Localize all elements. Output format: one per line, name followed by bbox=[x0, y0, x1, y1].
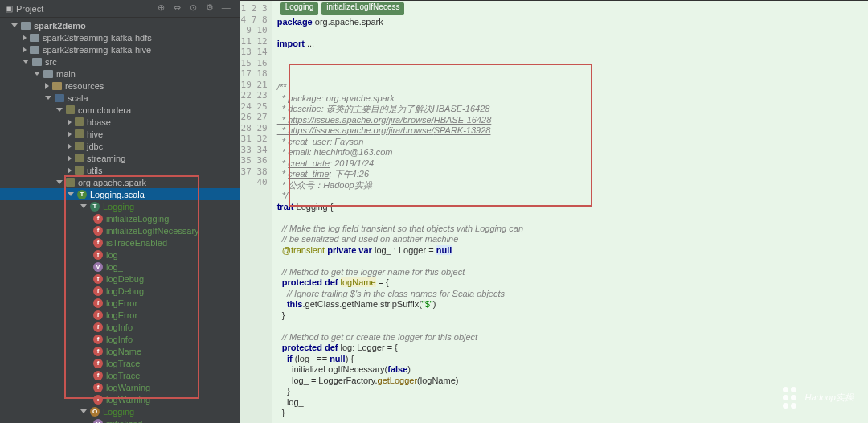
trait-member[interactable]: flogInfo bbox=[0, 333, 240, 345]
trait-member[interactable]: fisTraceEnabled bbox=[0, 236, 240, 248]
watermark: Hadoop实操 bbox=[783, 387, 854, 409]
panel-title: Project bbox=[16, 4, 154, 14]
main-folder[interactable]: main bbox=[0, 68, 240, 80]
pkg-child[interactable]: utils bbox=[0, 164, 240, 176]
module-item[interactable]: spark2streaming-kafka-hive bbox=[0, 43, 240, 55]
project-panel: ▣ Project ⊕ ⇔ ⊙ ⚙ — spark2demo spark2str… bbox=[0, 0, 240, 423]
locate-icon[interactable]: ⊙ bbox=[190, 2, 203, 15]
scala-folder[interactable]: scala bbox=[0, 92, 240, 104]
breadcrumb: Logging initializeLogIfNecess bbox=[280, 2, 405, 15]
trait-member[interactable]: flogError bbox=[0, 309, 240, 321]
pkg-spark[interactable]: org.apache.spark bbox=[0, 176, 240, 188]
line-gutter: 1 2 3 4 7 8 9 10 11 12 13 14 15 16 17 18… bbox=[240, 1, 272, 423]
logging-object[interactable]: OLogging bbox=[0, 405, 240, 417]
project-header: ▣ Project ⊕ ⇔ ⊙ ⚙ — bbox=[0, 0, 240, 18]
editor[interactable]: Logging initializeLogIfNecess 1 2 3 4 7 … bbox=[240, 1, 868, 423]
project-tree[interactable]: spark2demo spark2streaming-kafka-hdfs sp… bbox=[0, 18, 240, 423]
settings-icon[interactable]: ⚙ bbox=[206, 2, 219, 15]
pkg-child[interactable]: hbase bbox=[0, 116, 240, 128]
code-area[interactable]: package org.apache.spark import ... /** … bbox=[272, 1, 868, 423]
trait-member[interactable]: flogDebug bbox=[0, 285, 240, 297]
pkg-child[interactable]: hive bbox=[0, 128, 240, 140]
pkg-child[interactable]: streaming bbox=[0, 152, 240, 164]
trait-member[interactable]: flogDebug bbox=[0, 273, 240, 285]
folder-icon: ▣ bbox=[5, 3, 13, 14]
pkg-child[interactable]: jdbc bbox=[0, 140, 240, 152]
resources-folder[interactable]: resources bbox=[0, 80, 240, 92]
object-member[interactable]: vinitialized bbox=[0, 417, 240, 423]
editor-panel: ClouderaSparkOnHBase.scala×internal/Logg… bbox=[240, 0, 868, 423]
collapse-icon[interactable]: ⊕ bbox=[158, 2, 170, 15]
trait-member[interactable]: flogInfo bbox=[0, 321, 240, 333]
logging-trait[interactable]: TLogging bbox=[0, 200, 240, 212]
module-item[interactable]: spark2streaming-kafka-hdfs bbox=[0, 31, 240, 43]
trait-member[interactable]: flog bbox=[0, 248, 240, 261]
trait-member[interactable]: flogTrace bbox=[0, 357, 240, 369]
trait-member[interactable]: vlog_ bbox=[0, 261, 240, 273]
logging-file[interactable]: TLogging.scala bbox=[0, 188, 240, 200]
pkg-cloudera[interactable]: com.cloudera bbox=[0, 104, 240, 116]
trait-member[interactable]: flogError bbox=[0, 297, 240, 309]
trait-member[interactable]: finitializeLogging bbox=[0, 212, 240, 224]
hide-icon[interactable]: — bbox=[222, 2, 235, 15]
trait-member[interactable]: flogTrace bbox=[0, 369, 240, 381]
crumb-item[interactable]: Logging bbox=[280, 2, 319, 15]
src-folder[interactable]: src bbox=[0, 55, 240, 68]
trait-member[interactable]: finitializeLogIfNecessary bbox=[0, 224, 240, 236]
expand-icon[interactable]: ⇔ bbox=[174, 2, 186, 15]
crumb-item[interactable]: initializeLogIfNecess bbox=[321, 2, 404, 15]
trait-member[interactable]: flogWarning bbox=[0, 393, 240, 405]
trait-member[interactable]: flogWarning bbox=[0, 381, 240, 393]
trait-member[interactable]: flogName bbox=[0, 345, 240, 357]
project-root[interactable]: spark2demo bbox=[0, 19, 240, 31]
